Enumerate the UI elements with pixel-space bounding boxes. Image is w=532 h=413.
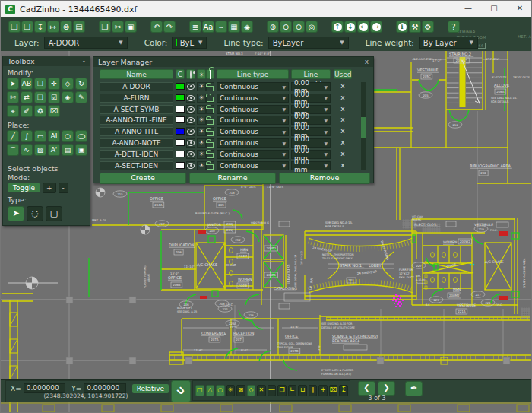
color-select[interactable]: ByL▼ <box>172 37 207 49</box>
select-rectangle-button[interactable]: ▢ <box>46 206 62 221</box>
snap-tangent-button[interactable]: ⊔ <box>298 385 307 396</box>
layer-lock-toggle[interactable] <box>206 94 214 103</box>
close-icon[interactable]: x <box>365 57 369 67</box>
tag-tool[interactable]: ◈ <box>62 91 74 103</box>
spline-tool[interactable]: ∿ <box>21 144 33 156</box>
column-lock-button[interactable] <box>206 69 214 79</box>
image-tool[interactable]: ▣ <box>75 144 87 156</box>
block-tool[interactable]: ▤ <box>62 144 74 156</box>
snap-node-button[interactable]: ✕ <box>257 385 266 396</box>
linetype-select[interactable]: ByLayer▼ <box>268 37 349 49</box>
properties-tool[interactable]: ❂ <box>34 105 46 117</box>
script-button[interactable]: ✒ <box>405 381 423 396</box>
polyline-tool[interactable]: ∫ <box>21 130 33 142</box>
snap-perpendicular-button[interactable]: ∟ <box>288 385 297 396</box>
remove-button[interactable]: Remove <box>279 173 370 184</box>
mirror-tool[interactable]: ⇄ <box>21 91 33 103</box>
measure-tool[interactable]: ✐ <box>21 105 33 117</box>
layer-visible-toggle[interactable] <box>186 82 195 91</box>
ellipse-tool[interactable]: ○ <box>75 130 87 142</box>
layer-lock-toggle[interactable] <box>206 82 214 91</box>
layer-color-swatch[interactable] <box>176 94 185 101</box>
pan-left-button[interactable]: ← <box>357 21 369 33</box>
layer-color-swatch[interactable] <box>176 106 185 113</box>
copy-button[interactable]: ❐ <box>99 21 111 33</box>
new-file-button[interactable]: ❏ <box>8 21 21 33</box>
scrollbar-thumb[interactable] <box>361 117 366 138</box>
layer-color-swatch[interactable] <box>176 83 185 90</box>
cut-button[interactable]: ✂ <box>112 21 124 33</box>
line-types-button[interactable]: ┅ <box>215 21 227 33</box>
paste-button[interactable]: ▣ <box>125 21 137 33</box>
layer-linetype-select[interactable]: Continuous▼ <box>217 161 289 170</box>
layer-visible-toggle[interactable] <box>186 150 195 159</box>
snap-intersection-button[interactable]: ✳ <box>226 385 236 396</box>
layer-lock-toggle[interactable] <box>206 150 214 159</box>
save-file-button[interactable]: ↧ <box>34 21 46 33</box>
layer-visible-toggle[interactable] <box>186 105 195 114</box>
delete-tool[interactable]: ⌧ <box>48 105 60 117</box>
explode-tool[interactable]: ❏ <box>34 91 46 103</box>
zoom-out-button[interactable]: ⊖ <box>280 21 292 33</box>
layer-name[interactable]: A-DOOR <box>100 82 173 91</box>
snap-nearest-button[interactable]: ― <box>268 385 277 396</box>
snap-grid-button[interactable]: Σ <box>339 385 348 396</box>
layer-freeze-toggle[interactable]: ☀ <box>197 150 206 159</box>
column-linetype-button[interactable]: Line type <box>217 69 289 79</box>
select-point-button[interactable]: ➤ <box>8 206 24 221</box>
layer-color-swatch[interactable] <box>176 116 185 123</box>
hatch-tool[interactable]: ▨ <box>34 144 46 156</box>
layer-lock-toggle[interactable] <box>206 161 214 170</box>
settings-button[interactable]: ⚙ <box>422 21 434 33</box>
layer-freeze-toggle[interactable]: ☀ <box>197 94 206 103</box>
line-tool[interactable]: ╱ <box>7 130 19 142</box>
info-button[interactable]: ℹ <box>396 21 408 33</box>
copy-tool[interactable]: ❐ <box>34 78 46 90</box>
layer-name[interactable]: A-FURN <box>100 94 173 103</box>
find-tool[interactable]: ⌖ <box>7 105 19 117</box>
next-page-button[interactable]: ❯ <box>378 381 395 396</box>
column-used-button[interactable]: Used <box>334 69 352 79</box>
snap-ortho-button[interactable]: ⌧ <box>329 385 338 396</box>
pan-right-button[interactable]: → <box>370 21 382 33</box>
export-file-button[interactable]: ↦ <box>47 21 59 33</box>
circle-tool[interactable]: ○ <box>62 130 74 142</box>
snap-quadrant-button[interactable]: ⊠ <box>236 385 245 396</box>
layer-select[interactable]: A-DOOR▼ <box>44 37 128 49</box>
snap-center-button[interactable]: ○ <box>216 385 225 396</box>
relative-button[interactable]: Relative <box>132 384 169 393</box>
layer-visible-toggle[interactable] <box>186 161 195 170</box>
layer-visible-toggle[interactable] <box>186 116 195 125</box>
layer-name[interactable]: A-ANNO-NOTE <box>100 138 173 148</box>
rotate-tool[interactable]: ↻ <box>75 78 87 90</box>
move-tool[interactable]: ✛ <box>48 78 60 90</box>
layer-freeze-toggle[interactable]: ☀ <box>197 161 206 170</box>
layer-manager-titlebar[interactable]: Layer Manager x <box>93 57 373 67</box>
layer-linetype-select[interactable]: Continuous▼ <box>217 150 289 159</box>
minimize-button[interactable]: — <box>455 1 481 17</box>
attach-button[interactable]: ∪ <box>171 380 191 402</box>
column-name-button[interactable]: Name <box>100 69 173 79</box>
layer-linetype-select[interactable]: Continuous▼ <box>217 116 289 125</box>
attributes-tool[interactable]: ☑ <box>48 91 60 103</box>
layer-name[interactable]: A-ANNO-TITL <box>100 127 173 136</box>
layer-freeze-toggle[interactable]: ☀ <box>197 127 206 136</box>
pan-up-button[interactable]: ↑ <box>331 21 344 33</box>
tools-button[interactable]: ⚒ <box>409 21 421 33</box>
column-visibility-button[interactable] <box>186 69 195 79</box>
layer-name[interactable]: A-SECT-SYMB <box>100 105 173 114</box>
layer-color-swatch[interactable] <box>176 128 185 135</box>
help-button[interactable]: ? <box>448 21 460 33</box>
arc-tool[interactable]: ⌒ <box>7 144 19 156</box>
layer-visible-toggle[interactable] <box>186 94 195 103</box>
layer-lock-toggle[interactable] <box>206 116 214 125</box>
close-button[interactable]: ✕ <box>507 1 532 17</box>
snap-insert-button[interactable]: ◇ <box>247 385 256 396</box>
select-circle-button[interactable]: ◌ <box>27 206 43 221</box>
trim-tool[interactable]: ✄ <box>7 91 19 103</box>
column-color-button[interactable]: C <box>176 69 185 79</box>
layer-lock-toggle[interactable] <box>206 127 214 136</box>
layer-lock-toggle[interactable] <box>206 105 214 114</box>
snap-midpoint-button[interactable]: △ <box>206 385 215 396</box>
redo-button[interactable]: ↷ <box>163 21 176 33</box>
